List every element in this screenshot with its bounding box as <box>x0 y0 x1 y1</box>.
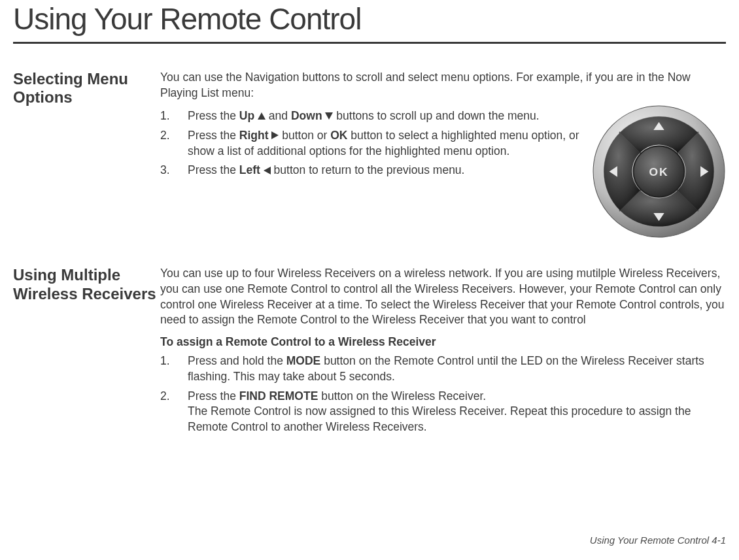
step-number: 2. <box>160 128 188 159</box>
step-3: 3. Press the Left button to return to th… <box>160 163 583 178</box>
section-heading: Selecting Menu Options <box>13 70 160 239</box>
section-multiple-receivers: Using Multiple Wireless Receivers You ca… <box>13 266 726 436</box>
step-1: 1. Press the Up and Down buttons to scro… <box>160 108 583 124</box>
remote-dpad-illustration: OK <box>592 105 726 239</box>
step-text: Press the Up and Down buttons to scroll … <box>188 108 583 124</box>
section-body: You can use up to four Wireless Receiver… <box>160 266 726 436</box>
subheading: To assign a Remote Control to a Wireless… <box>160 335 726 350</box>
ok-label: OK <box>649 165 668 178</box>
section-selecting-menu-options: Selecting Menu Options You can use the N… <box>13 70 726 239</box>
step-text: Press the Right button or OK button to s… <box>188 128 583 159</box>
section-body: You can use the Navigation buttons to sc… <box>160 70 726 239</box>
step-text: Press the FIND REMOTE button on the Wire… <box>188 389 726 435</box>
section-heading: Using Multiple Wireless Receivers <box>13 266 160 436</box>
step-number: 1. <box>160 354 188 384</box>
arrow-left-icon <box>264 167 271 174</box>
step-text: Press the Left button to return to the p… <box>188 163 583 178</box>
step-text: Press and hold the MODE button on the Re… <box>188 354 726 384</box>
intro-text: You can use the Navigation buttons to sc… <box>160 70 726 101</box>
step-number: 3. <box>160 163 188 178</box>
page-footer: Using Your Remote Control 4-1 <box>590 535 726 546</box>
step-number: 2. <box>160 389 188 435</box>
step-1: 1. Press and hold the MODE button on the… <box>160 354 726 384</box>
arrow-up-icon <box>258 112 266 120</box>
arrow-down-icon <box>325 112 333 120</box>
step-number: 1. <box>160 108 188 124</box>
step-2: 2. Press the FIND REMOTE button on the W… <box>160 389 726 435</box>
intro-text: You can use up to four Wireless Receiver… <box>160 266 726 328</box>
step-2: 2. Press the Right button or OK button t… <box>160 128 583 159</box>
page-title: Using Your Remote Control <box>13 0 726 44</box>
arrow-right-icon <box>271 131 279 139</box>
